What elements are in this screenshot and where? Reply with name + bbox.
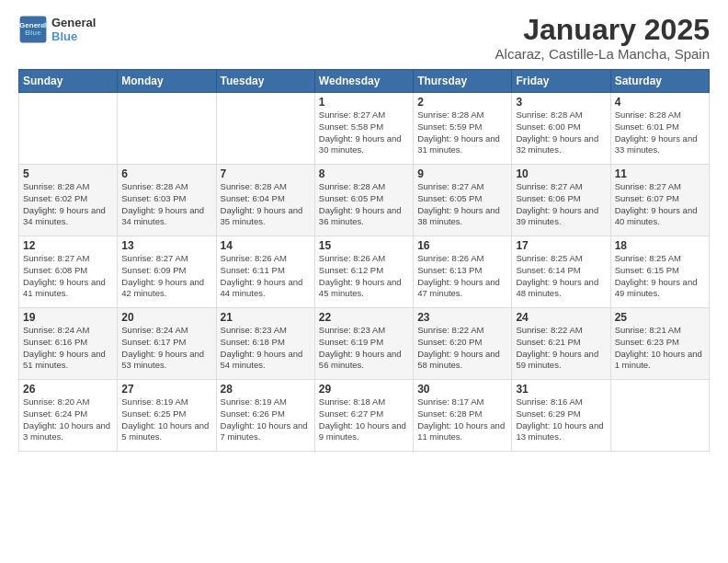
day-number: 4: [615, 96, 705, 109]
day-info: Sunrise: 8:26 AM Sunset: 6:12 PM Dayligh…: [319, 253, 409, 300]
title-area: January 2025 Alcaraz, Castille-La Mancha…: [495, 15, 710, 62]
calendar-cell: [610, 380, 709, 452]
day-info: Sunrise: 8:28 AM Sunset: 6:00 PM Dayligh…: [516, 109, 606, 156]
calendar-week-row: 5Sunrise: 8:28 AM Sunset: 6:02 PM Daylig…: [19, 165, 710, 236]
day-info: Sunrise: 8:27 AM Sunset: 6:07 PM Dayligh…: [615, 181, 705, 228]
day-number: 15: [319, 239, 409, 252]
calendar-cell: 16Sunrise: 8:26 AM Sunset: 6:13 PM Dayli…: [414, 236, 512, 308]
svg-text:Blue: Blue: [25, 29, 41, 37]
calendar-cell: 25Sunrise: 8:21 AM Sunset: 6:23 PM Dayli…: [610, 308, 709, 380]
calendar-cell: 29Sunrise: 8:18 AM Sunset: 6:27 PM Dayli…: [314, 380, 413, 452]
day-number: 20: [121, 311, 211, 324]
day-info: Sunrise: 8:28 AM Sunset: 6:02 PM Dayligh…: [23, 181, 113, 228]
day-number: 8: [319, 167, 409, 180]
day-number: 28: [221, 383, 311, 396]
day-info: Sunrise: 8:28 AM Sunset: 6:03 PM Dayligh…: [121, 181, 211, 228]
calendar-cell: 5Sunrise: 8:28 AM Sunset: 6:02 PM Daylig…: [19, 165, 118, 236]
day-number: 25: [615, 311, 705, 324]
month-title: January 2025: [495, 15, 710, 44]
weekday-header: Wednesday: [314, 70, 413, 93]
calendar-cell: 9Sunrise: 8:27 AM Sunset: 6:05 PM Daylig…: [414, 165, 512, 236]
day-info: Sunrise: 8:24 AM Sunset: 6:16 PM Dayligh…: [23, 325, 113, 372]
weekday-header: Saturday: [610, 70, 709, 93]
calendar-cell: 8Sunrise: 8:28 AM Sunset: 6:05 PM Daylig…: [314, 165, 413, 236]
calendar-cell: [19, 93, 118, 165]
calendar-cell: 24Sunrise: 8:22 AM Sunset: 6:21 PM Dayli…: [512, 308, 610, 380]
calendar-cell: 18Sunrise: 8:25 AM Sunset: 6:15 PM Dayli…: [610, 236, 709, 308]
day-info: Sunrise: 8:28 AM Sunset: 6:04 PM Dayligh…: [221, 181, 311, 228]
calendar-cell: 20Sunrise: 8:24 AM Sunset: 6:17 PM Dayli…: [118, 308, 216, 380]
day-info: Sunrise: 8:26 AM Sunset: 6:13 PM Dayligh…: [417, 253, 507, 300]
calendar-cell: 1Sunrise: 8:27 AM Sunset: 5:58 PM Daylig…: [314, 93, 413, 165]
day-number: 30: [417, 383, 507, 396]
day-info: Sunrise: 8:24 AM Sunset: 6:17 PM Dayligh…: [121, 325, 211, 372]
day-number: 13: [121, 239, 211, 252]
logo-text: General Blue: [51, 16, 96, 43]
calendar-cell: [118, 93, 216, 165]
calendar-cell: 6Sunrise: 8:28 AM Sunset: 6:03 PM Daylig…: [118, 165, 216, 236]
calendar: SundayMondayTuesdayWednesdayThursdayFrid…: [18, 69, 710, 452]
calendar-cell: 23Sunrise: 8:22 AM Sunset: 6:20 PM Dayli…: [414, 308, 512, 380]
day-number: 9: [417, 167, 507, 180]
header: General Blue General Blue January 2025 A…: [18, 15, 710, 62]
calendar-cell: 10Sunrise: 8:27 AM Sunset: 6:06 PM Dayli…: [512, 165, 610, 236]
day-info: Sunrise: 8:20 AM Sunset: 6:24 PM Dayligh…: [23, 396, 113, 443]
logo: General Blue General Blue: [18, 15, 96, 44]
day-info: Sunrise: 8:23 AM Sunset: 6:19 PM Dayligh…: [319, 325, 409, 372]
calendar-week-row: 1Sunrise: 8:27 AM Sunset: 5:58 PM Daylig…: [19, 93, 710, 165]
weekday-header: Sunday: [19, 70, 118, 93]
day-info: Sunrise: 8:27 AM Sunset: 6:05 PM Dayligh…: [417, 181, 507, 228]
calendar-week-row: 12Sunrise: 8:27 AM Sunset: 6:08 PM Dayli…: [19, 236, 710, 308]
day-number: 3: [516, 96, 606, 109]
calendar-cell: 19Sunrise: 8:24 AM Sunset: 6:16 PM Dayli…: [19, 308, 118, 380]
day-number: 19: [23, 311, 113, 324]
calendar-cell: 30Sunrise: 8:17 AM Sunset: 6:28 PM Dayli…: [414, 380, 512, 452]
day-number: 21: [221, 311, 311, 324]
weekday-header: Friday: [512, 70, 610, 93]
day-info: Sunrise: 8:22 AM Sunset: 6:20 PM Dayligh…: [417, 325, 507, 372]
day-info: Sunrise: 8:27 AM Sunset: 6:08 PM Dayligh…: [23, 253, 113, 300]
calendar-cell: 15Sunrise: 8:26 AM Sunset: 6:12 PM Dayli…: [314, 236, 413, 308]
day-number: 22: [319, 311, 409, 324]
calendar-cell: 14Sunrise: 8:26 AM Sunset: 6:11 PM Dayli…: [216, 236, 314, 308]
day-info: Sunrise: 8:27 AM Sunset: 6:09 PM Dayligh…: [121, 253, 211, 300]
day-number: 6: [121, 167, 211, 180]
calendar-cell: 31Sunrise: 8:16 AM Sunset: 6:29 PM Dayli…: [512, 380, 610, 452]
weekday-header: Monday: [118, 70, 216, 93]
day-number: 23: [417, 311, 507, 324]
calendar-cell: 3Sunrise: 8:28 AM Sunset: 6:00 PM Daylig…: [512, 93, 610, 165]
day-number: 12: [23, 239, 113, 252]
day-number: 11: [615, 167, 705, 180]
day-info: Sunrise: 8:25 AM Sunset: 6:14 PM Dayligh…: [516, 253, 606, 300]
day-info: Sunrise: 8:19 AM Sunset: 6:26 PM Dayligh…: [221, 396, 311, 443]
day-number: 2: [417, 96, 507, 109]
calendar-cell: 13Sunrise: 8:27 AM Sunset: 6:09 PM Dayli…: [118, 236, 216, 308]
day-info: Sunrise: 8:27 AM Sunset: 5:58 PM Dayligh…: [319, 109, 409, 156]
calendar-cell: 26Sunrise: 8:20 AM Sunset: 6:24 PM Dayli…: [19, 380, 118, 452]
day-number: 17: [516, 239, 606, 252]
weekday-header: Thursday: [414, 70, 512, 93]
day-number: 5: [23, 167, 113, 180]
day-info: Sunrise: 8:28 AM Sunset: 6:01 PM Dayligh…: [615, 109, 705, 156]
day-info: Sunrise: 8:18 AM Sunset: 6:27 PM Dayligh…: [319, 396, 409, 443]
day-info: Sunrise: 8:26 AM Sunset: 6:11 PM Dayligh…: [221, 253, 311, 300]
day-number: 1: [319, 96, 409, 109]
day-number: 18: [615, 239, 705, 252]
day-info: Sunrise: 8:25 AM Sunset: 6:15 PM Dayligh…: [615, 253, 705, 300]
calendar-cell: 12Sunrise: 8:27 AM Sunset: 6:08 PM Dayli…: [19, 236, 118, 308]
day-number: 31: [516, 383, 606, 396]
calendar-week-row: 26Sunrise: 8:20 AM Sunset: 6:24 PM Dayli…: [19, 380, 710, 452]
weekday-header: Tuesday: [216, 70, 314, 93]
calendar-cell: 4Sunrise: 8:28 AM Sunset: 6:01 PM Daylig…: [610, 93, 709, 165]
day-number: 16: [417, 239, 507, 252]
day-info: Sunrise: 8:27 AM Sunset: 6:06 PM Dayligh…: [516, 181, 606, 228]
day-info: Sunrise: 8:16 AM Sunset: 6:29 PM Dayligh…: [516, 396, 606, 443]
day-info: Sunrise: 8:17 AM Sunset: 6:28 PM Dayligh…: [417, 396, 507, 443]
day-info: Sunrise: 8:28 AM Sunset: 6:05 PM Dayligh…: [319, 181, 409, 228]
day-number: 29: [319, 383, 409, 396]
calendar-cell: 28Sunrise: 8:19 AM Sunset: 6:26 PM Dayli…: [216, 380, 314, 452]
calendar-cell: 11Sunrise: 8:27 AM Sunset: 6:07 PM Dayli…: [610, 165, 709, 236]
day-info: Sunrise: 8:23 AM Sunset: 6:18 PM Dayligh…: [221, 325, 311, 372]
day-number: 27: [121, 383, 211, 396]
day-info: Sunrise: 8:21 AM Sunset: 6:23 PM Dayligh…: [615, 325, 705, 372]
